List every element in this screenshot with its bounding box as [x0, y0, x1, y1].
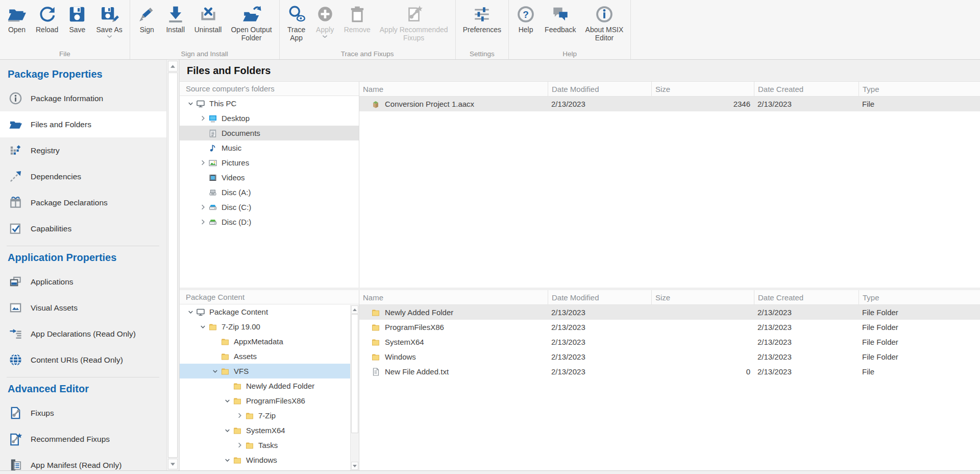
collapse-chevron-icon[interactable] — [197, 323, 208, 331]
toolbar: OpenReloadSaveSave AsFileSignInstallUnin… — [0, 0, 980, 60]
tree-item-vfs[interactable]: VFS — [180, 364, 359, 378]
button-label: Install — [166, 26, 185, 34]
column-header-size[interactable]: Size — [651, 290, 754, 304]
main-content: Files and Folders Source computer's fold… — [179, 60, 980, 470]
collapse-chevron-icon[interactable] — [222, 456, 233, 464]
expand-chevron-icon[interactable] — [197, 159, 208, 167]
save-as-button[interactable]: Save As — [91, 4, 127, 39]
tree-item-package-content[interactable]: Package Content — [180, 304, 359, 319]
apply-button[interactable]: Apply — [311, 4, 339, 39]
tree-item-music[interactable]: Music — [180, 140, 359, 155]
column-header-type[interactable]: Type — [859, 82, 980, 96]
install-button[interactable]: Install — [161, 4, 190, 35]
sidebar-item-app-declarations-read-only[interactable]: App Declarations (Read Only) — [0, 321, 166, 347]
scroll-up-icon[interactable] — [351, 305, 358, 314]
sidebar-item-dependencies[interactable]: Dependencies — [0, 163, 166, 189]
apply-recommended-fixups-button[interactable]: Apply Recommended Fixups — [375, 4, 453, 43]
tree-item-7-zip[interactable]: 7-Zip — [180, 408, 359, 423]
scroll-down-icon[interactable] — [168, 459, 178, 469]
file-row-conversion-project-1-aacx[interactable]: Conversion Project 1.aacx2/13/202323462/… — [359, 97, 980, 111]
sidebar-scrollbar[interactable] — [166, 60, 179, 470]
tree-item-assets[interactable]: Assets — [180, 349, 359, 364]
package-tree-scrollbar[interactable] — [350, 305, 359, 470]
column-header-date-created[interactable]: Date Created — [754, 82, 859, 96]
collapse-chevron-icon[interactable] — [209, 367, 220, 375]
tree-item-appxmetadata[interactable]: AppxMetadata — [180, 334, 359, 349]
scroll-up-icon[interactable] — [168, 61, 178, 72]
collapse-chevron-icon[interactable] — [222, 426, 233, 435]
save-button[interactable]: Save — [63, 4, 91, 35]
collapse-chevron-icon[interactable] — [185, 308, 196, 316]
expand-chevron-icon[interactable] — [234, 412, 245, 420]
tree-item-documents[interactable]: Documents — [180, 126, 359, 140]
column-header-name[interactable]: Name — [359, 290, 548, 304]
column-header-date-modified[interactable]: Date Modified — [548, 290, 651, 304]
tree-item-windows[interactable]: Windows — [180, 453, 359, 467]
file-row-new-file-added-txt[interactable]: New File Added.txt2/13/202302/13/2023Fil… — [359, 364, 980, 379]
scrollbar-thumb[interactable] — [168, 73, 178, 458]
tree-item-7-zip-19-00[interactable]: 7-Zip 19.00 — [180, 319, 359, 334]
collapse-chevron-icon[interactable] — [185, 100, 196, 108]
dropdown-caret-icon[interactable] — [322, 35, 328, 38]
tree-item-disc-a[interactable]: Disc (A:) — [180, 185, 359, 200]
sidebar-item-fixups[interactable]: Fixups — [0, 400, 166, 426]
tree-item-this-pc[interactable]: This PC — [180, 96, 359, 111]
tree-item-newly-added-folder[interactable]: Newly Added Folder — [180, 378, 359, 393]
collapse-chevron-icon[interactable] — [222, 397, 233, 405]
sidebar-item-registry[interactable]: Registry — [0, 137, 166, 163]
tree-item-desktop[interactable]: Desktop — [180, 111, 359, 126]
expand-chevron-icon[interactable] — [197, 203, 208, 211]
remove-button[interactable]: Remove — [339, 4, 375, 35]
sidebar-item-package-declarations[interactable]: Package Declarations — [0, 189, 166, 216]
sidebar-item-capabilities[interactable]: Capabilities — [0, 216, 166, 242]
package-tree-header: Package Content — [180, 290, 359, 304]
about-msix-editor-button[interactable]: About MSIX Editor — [581, 4, 628, 43]
scrollbar-thumb[interactable] — [351, 314, 358, 433]
sidebar-item-app-manifest-read-only[interactable]: App Manifest (Read Only) — [0, 452, 166, 470]
sidebar-item-label: Package Information — [31, 94, 103, 103]
expand-chevron-icon[interactable] — [197, 114, 208, 123]
sidebar-item-content-uris-read-only[interactable]: Content URIs (Read Only) — [0, 347, 166, 373]
trace-app-button[interactable]: Trace App — [282, 4, 311, 43]
column-header-type[interactable]: Type — [859, 290, 980, 304]
tree-item-disc-d[interactable]: Disc (D:) — [180, 215, 359, 229]
tree-item-pictures[interactable]: Pictures — [180, 155, 359, 170]
videos-icon — [208, 173, 217, 182]
feedback-button[interactable]: Feedback — [540, 4, 580, 35]
column-header-date-modified[interactable]: Date Modified — [548, 82, 651, 96]
tree-item-tasks[interactable]: Tasks — [180, 438, 359, 453]
table-body: Conversion Project 1.aacx2/13/202323462/… — [359, 97, 980, 288]
expand-chevron-icon[interactable] — [197, 218, 208, 226]
dropdown-caret-icon[interactable] — [107, 35, 112, 38]
expand-chevron-icon[interactable] — [234, 441, 245, 449]
uninstall-button[interactable]: Uninstall — [190, 4, 227, 35]
file-row-systemx64[interactable]: SystemX642/13/20232/13/2023File Folder — [359, 335, 980, 349]
reload-button[interactable]: Reload — [31, 4, 63, 35]
sidebar-item-applications[interactable]: Applications — [0, 269, 166, 295]
sidebar-item-recommended-fixups[interactable]: Recommended Fixups — [0, 426, 166, 452]
column-header-date-created[interactable]: Date Created — [754, 290, 859, 304]
scroll-down-icon[interactable] — [351, 462, 358, 470]
column-header-name[interactable]: Name — [359, 82, 548, 96]
file-row-newly-added-folder[interactable]: Newly Added Folder2/13/20232/13/2023File… — [359, 305, 980, 320]
file-row-windows[interactable]: Windows2/13/20232/13/2023File Folder — [359, 349, 980, 364]
tree-item-videos[interactable]: Videos — [180, 170, 359, 185]
tree-item-programfilesx86[interactable]: ProgramFilesX86 — [180, 393, 359, 408]
column-header-size[interactable]: Size — [651, 82, 754, 96]
file-row-programfilesx86[interactable]: ProgramFilesX862/13/20232/13/2023File Fo… — [359, 320, 980, 335]
open-output-folder-button[interactable]: Open Output Folder — [226, 4, 276, 43]
preferences-button[interactable]: Preferences — [458, 4, 506, 35]
help-button[interactable]: ?Help — [511, 4, 540, 35]
uninstall-icon — [199, 5, 218, 24]
sidebar-item-package-information[interactable]: Package Information — [0, 85, 166, 111]
content-uris-icon — [9, 353, 22, 367]
sidebar-item-visual-assets[interactable]: Visual Assets — [0, 295, 166, 321]
tree-item-systemx64[interactable]: SystemX64 — [180, 423, 359, 438]
open-button[interactable]: Open — [3, 4, 31, 35]
tree-item-label: Windows — [246, 456, 277, 464]
sidebar-item-files-and-folders[interactable]: Files and Folders — [0, 111, 166, 137]
tree-item-label: VFS — [234, 367, 249, 375]
sign-button[interactable]: Sign — [133, 4, 161, 35]
tree-item-disc-c[interactable]: Disc (C:) — [180, 200, 359, 215]
apply-icon — [315, 5, 335, 24]
